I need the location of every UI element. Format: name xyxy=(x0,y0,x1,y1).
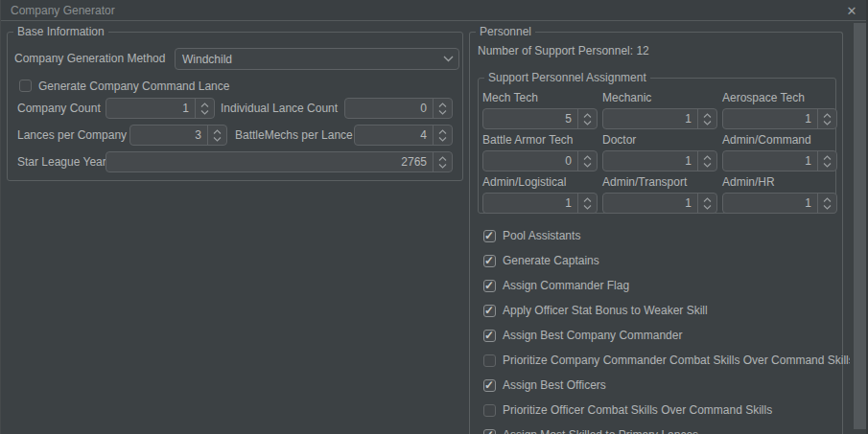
spinner-up-down-icon xyxy=(583,155,592,168)
spinner-buttons[interactable] xyxy=(433,152,452,171)
spinner-value: 1 xyxy=(106,99,195,118)
spinner-up-down-icon xyxy=(583,197,592,210)
spinner-value: 4 xyxy=(355,126,433,145)
close-icon[interactable]: ✕ xyxy=(843,2,860,19)
checkbox[interactable]: ✓ xyxy=(483,404,496,417)
checkbox-label: Assign Best Company Commander xyxy=(503,329,682,342)
admin-logistical-spinner[interactable]: 1 xyxy=(482,193,598,214)
star-league-year-label: Star League Year xyxy=(17,155,106,170)
checkbox-label: Assign Most Skilled to Primary Lances xyxy=(503,428,698,434)
admin-hr-label: Admin/HR xyxy=(722,175,837,190)
mech-tech-field: Mech Tech 5 xyxy=(482,91,598,129)
chevron-down-icon xyxy=(437,56,458,62)
spinner-up-down-icon xyxy=(438,156,447,169)
checkbox-label: Assign Best Officers xyxy=(503,378,606,392)
personnel-title: Personnel xyxy=(476,25,535,39)
spinner-up-down-icon xyxy=(823,197,832,210)
check-icon: ✓ xyxy=(484,428,494,434)
spinner-buttons[interactable] xyxy=(433,99,452,118)
checkbox[interactable]: ✓ xyxy=(483,429,496,434)
command-lance-option[interactable]: ✓ Generate Company Command Lance xyxy=(19,79,229,93)
spinner-value: 1 xyxy=(723,151,817,171)
assign-commander-flag-option[interactable]: ✓ Assign Commander Flag xyxy=(483,273,855,298)
spinner-buttons[interactable] xyxy=(577,109,597,128)
spinner-value: 1 xyxy=(603,109,697,128)
combobox-value: Windchild xyxy=(176,53,437,66)
spinner-buttons[interactable] xyxy=(577,194,597,213)
admin-hr-spinner[interactable]: 1 xyxy=(722,193,837,214)
admin-command-spinner[interactable]: 1 xyxy=(722,150,837,171)
company-count-spinner[interactable]: 1 xyxy=(106,98,215,119)
doctor-spinner[interactable]: 1 xyxy=(602,150,717,171)
prioritize-officer-combat-skills-option[interactable]: ✓ Prioritize Officer Combat Skills Over … xyxy=(483,398,855,423)
company-generator-window: { "window": { "title": "Company Generato… xyxy=(0,0,868,434)
battle-armor-tech-label: Battle Armor Tech xyxy=(482,133,598,148)
spinner-buttons[interactable] xyxy=(817,194,836,213)
aerospace-tech-spinner[interactable]: 1 xyxy=(722,108,837,129)
assign-best-officers-option[interactable]: ✓ Assign Best Officers xyxy=(483,373,855,398)
spinner-buttons[interactable] xyxy=(817,151,836,171)
spinner-value: 5 xyxy=(483,109,577,128)
checkbox[interactable]: ✓ xyxy=(19,80,32,92)
officer-stat-bonus-option[interactable]: ✓ Apply Officer Stat Bonus to Weaker Ski… xyxy=(483,298,855,323)
spinner-value: 2765 xyxy=(106,152,433,171)
star-league-year-spinner[interactable]: 2765 xyxy=(106,151,453,172)
individual-lance-count-spinner[interactable]: 0 xyxy=(344,98,453,119)
spinner-buttons[interactable] xyxy=(817,109,836,128)
admin-logistical-field: Admin/Logistical 1 xyxy=(482,175,598,214)
checkbox-label: Generate Captains xyxy=(503,254,599,267)
spinner-buttons[interactable] xyxy=(433,126,452,145)
spinner-up-down-icon xyxy=(823,155,832,168)
support-personnel-count: Number of Support Personnel: 12 xyxy=(478,44,649,58)
spinner-value: 1 xyxy=(723,194,817,213)
admin-transport-spinner[interactable]: 1 xyxy=(602,193,717,214)
base-information-group: Base Information Company Generation Meth… xyxy=(7,32,463,181)
battlemechs-per-lance-spinner[interactable]: 4 xyxy=(354,125,453,146)
prioritize-company-commander-combat-skills-option[interactable]: ✓ Prioritize Company Commander Combat Sk… xyxy=(483,348,855,373)
individual-lance-count-label: Individual Lance Count xyxy=(221,102,338,116)
checkbox-label: Assign Commander Flag xyxy=(503,279,629,292)
spinner-buttons[interactable] xyxy=(207,126,226,145)
aerospace-tech-label: Aerospace Tech xyxy=(722,91,837,105)
checkbox[interactable]: ✓ xyxy=(483,230,496,242)
spinner-up-down-icon xyxy=(438,103,447,115)
title-bar: Company Generator ✕ xyxy=(1,0,868,21)
generate-captains-option[interactable]: ✓ Generate Captains xyxy=(483,248,855,273)
checkbox-label: Pool Assistants xyxy=(503,229,580,242)
admin-command-field: Admin/Command 1 xyxy=(722,133,837,171)
spinner-value: 1 xyxy=(603,151,697,171)
spinner-up-down-icon xyxy=(200,103,209,115)
assign-best-company-commander-option[interactable]: ✓ Assign Best Company Commander xyxy=(483,323,855,348)
battle-armor-tech-spinner[interactable]: 0 xyxy=(482,150,598,171)
spinner-buttons[interactable] xyxy=(697,151,716,171)
admin-transport-field: Admin/Transport 1 xyxy=(602,175,717,214)
spinner-value: 0 xyxy=(345,99,433,118)
lances-per-company-spinner[interactable]: 3 xyxy=(129,125,227,146)
mech-tech-spinner[interactable]: 5 xyxy=(482,108,598,129)
generation-method-combobox[interactable]: Windchild xyxy=(175,48,459,70)
spinner-buttons[interactable] xyxy=(577,151,597,171)
checkbox[interactable]: ✓ xyxy=(483,330,496,342)
checkbox[interactable]: ✓ xyxy=(483,255,496,267)
mechanic-field: Mechanic 1 xyxy=(602,91,717,129)
spinner-buttons[interactable] xyxy=(697,194,716,213)
checkbox[interactable]: ✓ xyxy=(483,305,496,317)
checkbox[interactable]: ✓ xyxy=(483,354,496,367)
check-icon: ✓ xyxy=(484,329,494,343)
checkbox[interactable]: ✓ xyxy=(483,379,496,392)
checkbox-label: Prioritize Company Commander Combat Skil… xyxy=(503,354,855,367)
base-information-title: Base Information xyxy=(13,25,108,39)
personnel-options-list: ✓ Pool Assistants ✓ Generate Captains ✓ … xyxy=(483,223,855,434)
admin-transport-label: Admin/Transport xyxy=(602,175,717,190)
doctor-field: Doctor 1 xyxy=(602,133,717,171)
spinner-buttons[interactable] xyxy=(697,109,716,128)
battle-armor-tech-field: Battle Armor Tech 0 xyxy=(482,133,598,171)
spinner-up-down-icon xyxy=(703,155,712,168)
checkbox[interactable]: ✓ xyxy=(483,280,496,292)
spinner-value: 1 xyxy=(483,194,577,213)
mechanic-spinner[interactable]: 1 xyxy=(602,108,717,129)
pool-assistants-option[interactable]: ✓ Pool Assistants xyxy=(483,223,855,248)
check-icon: ✓ xyxy=(484,279,494,293)
spinner-buttons[interactable] xyxy=(195,99,214,118)
assign-most-skilled-option[interactable]: ✓ Assign Most Skilled to Primary Lances xyxy=(483,423,855,434)
